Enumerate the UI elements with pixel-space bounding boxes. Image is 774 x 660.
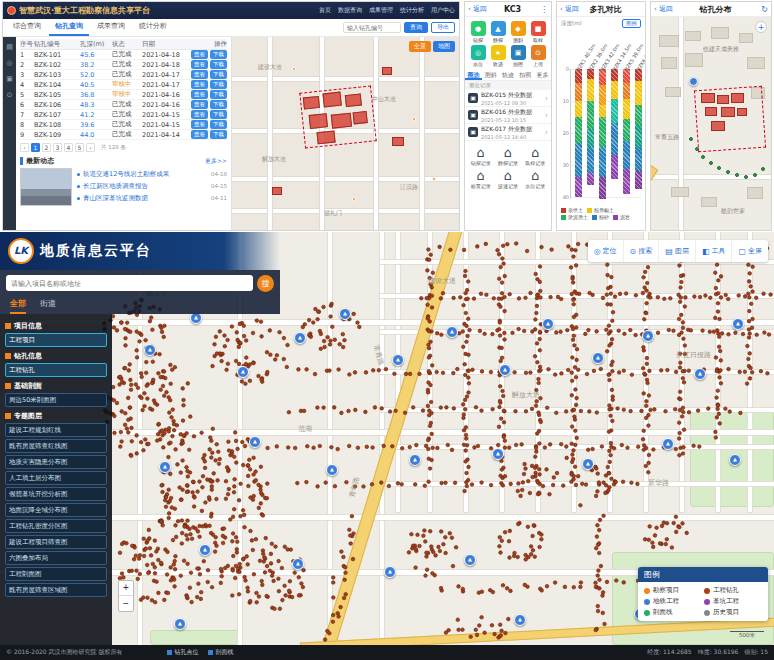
page-button[interactable]: 4 — [64, 143, 73, 152]
borehole-cluster-marker[interactable]: ▲ — [582, 458, 594, 470]
borehole-column[interactable] — [575, 69, 582, 197]
borehole-cluster-marker[interactable]: ▲ — [294, 332, 306, 344]
row-action-button[interactable]: 下载 — [210, 120, 227, 129]
row-action-button[interactable]: 查看 — [191, 100, 208, 109]
record-list-item[interactable]: ▣BZK-017 外业数据2021-05-12 14:40› — [465, 124, 551, 141]
sidebar-layer-item[interactable]: 既有房屋筛查区域图 — [5, 583, 107, 597]
recent-link[interactable]: 轨道交通12号线岩土勘察成果04-18 — [77, 168, 227, 180]
sidebar-layer-item[interactable]: 既有房屋筛查红线图 — [5, 439, 107, 453]
borehole-cluster-marker[interactable]: ▲ — [446, 326, 458, 338]
zoom-in-button[interactable]: + — [119, 581, 133, 596]
borehole-cluster-marker[interactable]: ▲ — [592, 352, 604, 364]
borehole-cluster-marker[interactable]: ▲ — [492, 448, 504, 460]
record-type-button[interactable]: ⌂钻探记录 — [467, 146, 494, 166]
row-action-button[interactable]: 查看 — [191, 70, 208, 79]
sidebar-layer-item[interactable]: 六图叠加布局 — [5, 551, 107, 565]
table-row[interactable]: 7BZK-10741.2已完成2021-04-15查看下载 — [20, 110, 227, 120]
zoom-out-button[interactable]: − — [119, 596, 133, 611]
nav-tab[interactable]: 统计分析 — [133, 19, 173, 36]
borehole-cluster-marker[interactable]: ▲ — [392, 354, 404, 366]
sidebar-layer-item[interactable]: 周边50米剖面图 — [5, 393, 107, 407]
sidebar-layer-item[interactable]: 人工填土层分布图 — [5, 471, 107, 485]
photo-app-button[interactable]: ▣拍照 — [509, 45, 527, 67]
status-toggle[interactable]: 钻孔点位 — [167, 648, 198, 657]
segment-tab[interactable]: 更多 — [534, 69, 551, 80]
news-thumbnail[interactable] — [20, 168, 72, 206]
back-button[interactable]: ‹ 返回 — [468, 4, 487, 14]
map-tool-locate[interactable]: ◎定位 — [588, 240, 624, 262]
sidebar-layer-item[interactable]: 地面沉降全域分布图 — [5, 503, 107, 517]
borehole-cluster-marker[interactable]: ▲ — [642, 330, 654, 342]
status-toggle[interactable]: 剖面线 — [208, 648, 233, 657]
row-action-button[interactable]: 下载 — [210, 80, 227, 89]
map-tool-layers[interactable]: ▤图层 — [659, 240, 696, 262]
page-button[interactable]: ‹ — [20, 143, 29, 152]
header-menu-item[interactable]: 统计分析 — [400, 6, 424, 15]
record-type-button[interactable]: ⌂取样记录 — [522, 146, 549, 166]
borehole-cluster-marker[interactable]: ▲ — [144, 344, 156, 356]
sidebar-layer-item[interactable]: 假想基坑开挖分析图 — [5, 487, 107, 501]
menu-icon[interactable]: ▤ — [6, 43, 13, 51]
record-type-button[interactable]: ⌂静探记录 — [494, 146, 521, 166]
borehole-cluster-marker[interactable]: ▲ — [384, 566, 396, 578]
locate-icon[interactable]: ◎ — [6, 59, 12, 67]
locate-button[interactable]: + — [755, 21, 767, 33]
page-button[interactable]: 3 — [53, 143, 62, 152]
header-menu-item[interactable]: 成果管理 — [369, 6, 393, 15]
page-button[interactable]: › — [86, 143, 95, 152]
sampling-app-button[interactable]: ■取样 — [529, 21, 547, 43]
row-action-button[interactable]: 查看 — [191, 80, 208, 89]
segment-tab[interactable]: 拍照 — [517, 69, 534, 80]
borehole-cluster-marker[interactable]: ▲ — [732, 318, 744, 330]
table-row[interactable]: 3BZK-10352.0已完成2021-04-17查看下载 — [20, 70, 227, 80]
borehole-cluster-marker[interactable]: ▲ — [514, 614, 526, 626]
record-list-item[interactable]: ▣BZK-015 外业数据2021-05-12 09:30› — [465, 90, 551, 107]
row-action-button[interactable]: 下载 — [210, 90, 227, 99]
table-row[interactable]: 1BZK-10145.6已完成2021-04-18查看下载 — [20, 50, 227, 60]
row-action-button[interactable]: 下载 — [210, 110, 227, 119]
cpt-app-button[interactable]: ▲静探 — [489, 21, 507, 43]
sidebar-layer-item[interactable]: 工程剖面图 — [5, 567, 107, 581]
header-menu-item[interactable]: 数据查询 — [338, 6, 362, 15]
export-button[interactable]: 导出 — [431, 22, 455, 33]
borehole-cluster-marker[interactable]: ▲ — [729, 454, 741, 466]
row-action-button[interactable]: 查看 — [191, 130, 208, 139]
row-action-button[interactable]: 查看 — [191, 60, 208, 69]
page-button[interactable]: 2 — [42, 143, 51, 152]
row-action-button[interactable]: 查看 — [191, 120, 208, 129]
map-mode-toggle[interactable]: 地图 — [433, 41, 455, 52]
page-button[interactable]: 1 — [31, 143, 40, 152]
borehole-cluster-marker[interactable]: ▲ — [292, 558, 304, 570]
map-mode-toggle[interactable]: 全景 — [409, 41, 431, 52]
borehole-column[interactable] — [587, 69, 594, 185]
borehole-column[interactable] — [635, 69, 642, 189]
query-button[interactable]: 查询 — [404, 22, 428, 33]
sidebar-layer-item[interactable]: 地质灾害隐患分布图 — [5, 455, 107, 469]
borehole-marker[interactable] — [689, 77, 698, 86]
borehole-cluster-marker[interactable]: ▲ — [326, 464, 338, 476]
sidebar-layer-item[interactable]: 工程项目 — [5, 333, 107, 347]
record-type-button[interactable]: ⌂波速记录 — [494, 169, 521, 189]
table-row[interactable]: 8BZK-10839.6已完成2021-04-15查看下载 — [20, 120, 227, 130]
borehole-cluster-marker[interactable]: ▲ — [464, 554, 476, 566]
borehole-cluster-marker[interactable]: ▲ — [662, 438, 674, 450]
borehole-cluster-marker[interactable]: ▲ — [694, 368, 706, 380]
row-action-button[interactable]: 下载 — [210, 50, 227, 59]
filter-tab[interactable]: 街道 — [40, 296, 56, 314]
table-row[interactable]: 9BZK-10944.0已完成2021-04-14查看下载 — [20, 130, 227, 140]
row-action-button[interactable]: 查看 — [191, 50, 208, 59]
row-action-button[interactable]: 下载 — [210, 60, 227, 69]
borehole-column[interactable] — [599, 69, 606, 199]
distribution-map[interactable]: 统建天成美雅航韵世家常青五路 + — [651, 17, 771, 230]
table-row[interactable]: 5BZK-10536.8审核中2021-04-16查看下载 — [20, 90, 227, 100]
borehole-column[interactable] — [611, 69, 618, 179]
map-tool-search[interactable]: ⊙搜索 — [624, 240, 660, 262]
record-type-button[interactable]: ⌂标贯记录 — [467, 169, 494, 189]
header-menu-item[interactable]: 首页 — [319, 6, 331, 15]
table-row[interactable]: 2BZK-10238.2已完成2021-04-18查看下载 — [20, 60, 227, 70]
borehole-cluster-marker[interactable]: ▲ — [542, 318, 554, 330]
row-action-button[interactable]: 查看 — [191, 110, 208, 119]
nav-tab[interactable]: 综合查询 — [7, 19, 47, 36]
menu-dots-icon[interactable]: ⋮ — [538, 5, 548, 14]
inclinometer-app-button[interactable]: ◆测斜 — [509, 21, 527, 43]
